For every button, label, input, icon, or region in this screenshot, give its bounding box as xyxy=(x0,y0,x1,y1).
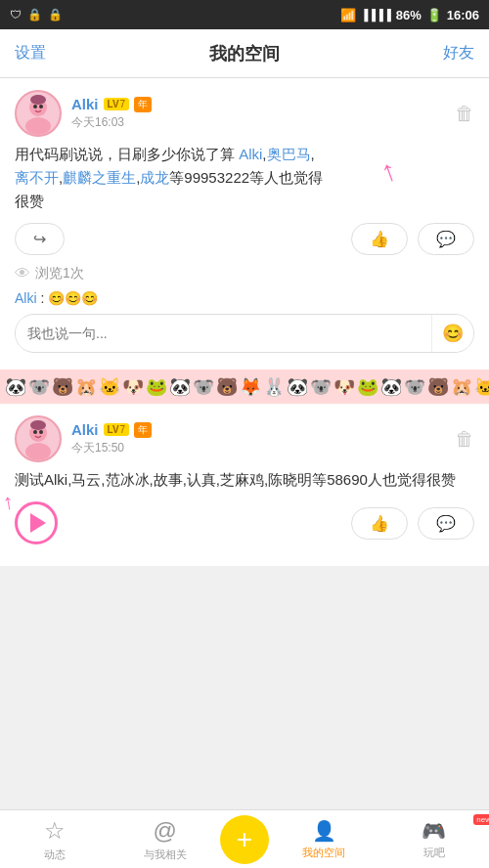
svg-point-8 xyxy=(25,443,51,460)
myspace-label: 我的空间 xyxy=(302,846,345,860)
comment-button-2[interactable]: 💬 xyxy=(418,507,474,540)
dongtai-icon: ☆ xyxy=(44,817,66,845)
svg-point-2 xyxy=(25,117,51,135)
myspace-icon: 👤 xyxy=(312,819,336,843)
link-alki[interactable]: Alki xyxy=(239,146,262,162)
level-badge-2: LV 7 xyxy=(104,423,130,436)
play-wrapper: ↑ xyxy=(15,501,58,544)
content-text-1a: 用代码刷说说，日刷多少你说了算 xyxy=(15,146,239,162)
svg-point-11 xyxy=(30,420,46,430)
tab-item-wanba[interactable]: 🎮 玩吧 new xyxy=(379,819,490,860)
post-content-1: 用代码刷说说，日刷多少你说了算 Alki,奥巴马,离不开,麒麟之重生,成龙等99… xyxy=(15,143,474,213)
pink-arrow-post2: ↑ xyxy=(3,490,14,515)
year-badge-1: 年 xyxy=(134,97,152,112)
emoji-21: 🐱 xyxy=(474,376,489,398)
nav-bar: 设置 我的空间 好友 xyxy=(0,29,489,78)
lock-icon-2: 🔒 xyxy=(48,8,63,22)
emoji-8: 🐼 xyxy=(169,376,191,398)
add-icon: + xyxy=(237,824,252,855)
emoji-6: 🐶 xyxy=(122,376,144,398)
pink-arrow-annotation: ↑ xyxy=(374,147,404,195)
tab-add-button[interactable]: + xyxy=(220,815,269,864)
year-badge-2: 年 xyxy=(134,422,152,438)
friends-link[interactable]: 好友 xyxy=(443,43,474,64)
play-triangle-icon xyxy=(30,513,46,533)
shield-icon: 🛡 xyxy=(10,8,22,22)
emoji-13: 🐼 xyxy=(287,376,308,398)
settings-link[interactable]: 设置 xyxy=(15,43,46,64)
emoji-7: 🐸 xyxy=(146,376,167,398)
link-libukai[interactable]: 离不开 xyxy=(15,169,59,186)
lock-icon-1: 🔒 xyxy=(27,8,42,22)
status-bar: 🛡 🔒 🔒 📶 ▐▐▐▐ 86% 🔋 16:06 xyxy=(0,0,489,29)
status-right: 📶 ▐▐▐▐ 86% 🔋 16:06 xyxy=(340,8,479,22)
battery-icon: 🔋 xyxy=(426,8,442,22)
dongtai-label: 动态 xyxy=(44,847,66,862)
commenter-name: Alki xyxy=(15,290,37,306)
tab-item-myspace[interactable]: 👤 我的空间 xyxy=(269,819,379,860)
page-title: 我的空间 xyxy=(209,42,280,65)
wanba-label: 玩吧 xyxy=(423,846,445,860)
level-text-2: LV xyxy=(108,424,119,435)
post-header-1: Alki LV 7 年 今天16:03 🗑 xyxy=(15,90,474,137)
scroll-area: Alki LV 7 年 今天16:03 🗑 用代码刷说说，日刷多少你说了算 Al… xyxy=(0,78,489,819)
comment-input-row-1: 😊 xyxy=(15,314,474,353)
post-content-2: 测试Alki,马云,范冰冰,故事,认真,芝麻鸡,陈晓明等58690人也觉得很赞 xyxy=(15,468,474,492)
emoji-9: 🐨 xyxy=(193,376,214,398)
new-badge: new xyxy=(473,814,489,825)
share-button-1[interactable]: ↪ xyxy=(15,223,65,255)
svg-point-9 xyxy=(33,430,37,434)
post-header-left-1: Alki LV 7 年 今天16:03 xyxy=(15,90,152,137)
related-icon: @ xyxy=(154,817,177,845)
svg-point-3 xyxy=(33,105,37,108)
like-button-1[interactable]: 👍 xyxy=(351,223,408,255)
emoji-17: 🐼 xyxy=(380,376,402,398)
emoji-5: 🐱 xyxy=(99,376,120,398)
emoji-20: 🐹 xyxy=(451,376,472,398)
like-icon-1: 👍 xyxy=(370,230,389,248)
post-time-2: 今天15:50 xyxy=(71,440,152,456)
user-info-1: Alki LV 7 年 今天16:03 xyxy=(71,96,152,131)
avatar-2 xyxy=(15,415,62,462)
share-icon: ↪ xyxy=(33,230,46,248)
content-sep2: , xyxy=(311,146,315,162)
play-button-2[interactable] xyxy=(15,501,58,544)
wifi-icon: 📶 xyxy=(340,8,356,22)
level-num-2: 7 xyxy=(120,424,126,435)
post-time-1: 今天16:03 xyxy=(71,114,152,131)
status-icons-left: 🛡 🔒 🔒 xyxy=(10,8,63,22)
comment-icon-2: 💬 xyxy=(436,514,456,533)
link-obama[interactable]: 奥巴马 xyxy=(267,146,311,162)
action-row-1: ↪ 👍 💬 xyxy=(15,223,474,255)
emoji-14: 🐨 xyxy=(310,376,332,398)
user-name-row-2: Alki LV 7 年 xyxy=(71,421,152,438)
post-header-2: Alki LV 7 年 今天15:50 🗑 xyxy=(15,415,474,462)
emoji-11: 🦊 xyxy=(240,376,261,398)
link-chenlong[interactable]: 成龙 xyxy=(140,169,169,186)
comment-emojis: 😊😊😊 xyxy=(48,290,98,306)
comment-button-1[interactable]: 💬 xyxy=(418,223,474,255)
tab-item-related[interactable]: @ 与我相关 xyxy=(111,817,221,862)
delete-button-1[interactable]: 🗑 xyxy=(455,103,474,125)
signal-icon: ▐▐▐▐ xyxy=(361,9,391,21)
comment-input-1[interactable] xyxy=(16,318,431,349)
emoji-button-1[interactable]: 😊 xyxy=(431,315,473,352)
wanba-icon: 🎮 xyxy=(422,819,446,843)
delete-button-2[interactable]: 🗑 xyxy=(455,428,474,451)
level-badge-1: LV 7 xyxy=(104,98,130,110)
post-card-2: Alki LV 7 年 今天15:50 🗑 测试Alki,马云,范冰冰,故事,认… xyxy=(0,404,489,566)
time-display: 16:06 xyxy=(447,8,479,22)
level-text-1: LV xyxy=(108,99,119,109)
action-row-2: ↑ 👍 💬 xyxy=(15,501,474,544)
comment-icon-1: 💬 xyxy=(436,230,456,248)
username-2: Alki xyxy=(71,421,99,438)
tab-item-dongtai[interactable]: ☆ 动态 xyxy=(0,817,111,862)
related-label: 与我相关 xyxy=(144,847,187,862)
emoji-divider-strip: 🐼 🐨 🐻 🐹 🐱 🐶 🐸 🐼 🐨 🐻 🦊 🐰 🐼 🐨 🐶 🐸 🐼 🐨 🐻 🐹 … xyxy=(0,369,489,404)
like-button-2[interactable]: 👍 xyxy=(351,507,408,540)
link-qilin[interactable]: 麒麟之重生 xyxy=(63,169,136,186)
view-text-1: 浏览1次 xyxy=(35,265,84,282)
post-card-1: Alki LV 7 年 今天16:03 🗑 用代码刷说说，日刷多少你说了算 Al… xyxy=(0,78,489,369)
svg-point-10 xyxy=(39,430,43,434)
user-name-row-1: Alki LV 7 年 xyxy=(71,96,152,112)
